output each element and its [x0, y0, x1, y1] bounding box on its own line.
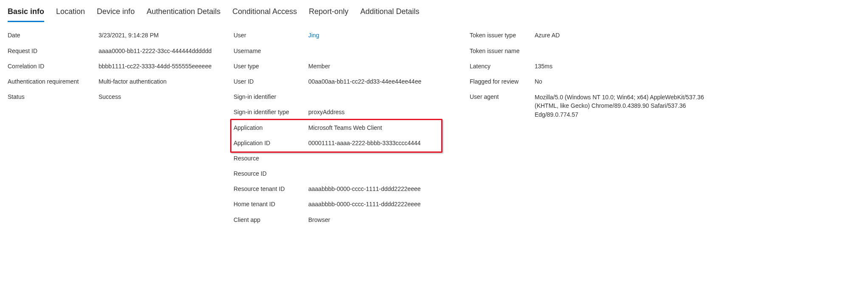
- home-tenant-id-label: Home tenant ID: [234, 200, 301, 208]
- token-issuer-type-value: Azure AD: [535, 31, 713, 39]
- details-column-1: Date 3/23/2021, 9:14:28 PM Request ID aa…: [8, 31, 226, 101]
- application-label: Application: [234, 124, 301, 132]
- token-issuer-type-label: Token issuer type: [470, 31, 527, 39]
- user-label: User: [234, 31, 301, 39]
- signin-identifier-value: [308, 93, 448, 101]
- tab-authentication-details[interactable]: Authentication Details: [147, 4, 220, 22]
- resource-tenant-id-label: Resource tenant ID: [234, 185, 301, 193]
- tab-basic-info[interactable]: Basic info: [8, 4, 44, 22]
- username-label: Username: [234, 47, 301, 55]
- application-value: Microsoft Teams Web Client: [308, 124, 448, 132]
- details-column-2: User Jing Username User type Member User…: [234, 31, 448, 223]
- user-agent-value: Mozilla/5.0 (Windows NT 10.0; Win64; x64…: [535, 93, 713, 119]
- signin-identifier-label: Sign-in identifier: [234, 93, 301, 101]
- tab-location[interactable]: Location: [56, 4, 85, 22]
- flagged-for-review-label: Flagged for review: [470, 78, 527, 85]
- signin-identifier-type-value: proxyAddress: [308, 108, 448, 116]
- application-id-label: Application ID: [234, 139, 301, 147]
- flagged-for-review-value: No: [535, 78, 713, 85]
- tab-conditional-access[interactable]: Conditional Access: [232, 4, 297, 22]
- correlation-id-value: bbbb1111-cc22-3333-44dd-555555eeeeee: [99, 62, 226, 70]
- tab-additional-details[interactable]: Additional Details: [360, 4, 419, 22]
- user-type-value: Member: [308, 62, 448, 70]
- token-issuer-name-label: Token issuer name: [470, 47, 527, 55]
- date-label: Date: [8, 31, 91, 39]
- auth-requirement-value: Multi-factor authentication: [99, 78, 226, 85]
- correlation-id-label: Correlation ID: [8, 62, 91, 70]
- resource-value: [308, 154, 448, 162]
- date-value: 3/23/2021, 9:14:28 PM: [99, 31, 226, 39]
- resource-id-value: [308, 170, 448, 177]
- user-type-label: User type: [234, 62, 301, 70]
- user-id-label: User ID: [234, 78, 301, 85]
- status-value: Success: [99, 93, 226, 101]
- latency-label: Latency: [470, 62, 527, 70]
- auth-requirement-label: Authentication requirement: [8, 78, 91, 85]
- details-tabs: Basic info Location Device info Authenti…: [8, 0, 860, 22]
- token-issuer-name-value: [535, 47, 713, 55]
- user-agent-label: User agent: [470, 93, 527, 119]
- resource-tenant-id-value: aaaabbbb-0000-cccc-1111-dddd2222eeee: [308, 185, 448, 193]
- resource-id-label: Resource ID: [234, 170, 301, 177]
- status-label: Status: [8, 93, 91, 101]
- user-id-value: 00aa00aa-bb11-cc22-dd33-44ee44ee44ee: [308, 78, 448, 85]
- latency-value: 135ms: [535, 62, 713, 70]
- home-tenant-id-value: aaaabbbb-0000-cccc-1111-dddd2222eeee: [308, 200, 448, 208]
- details-body: Date 3/23/2021, 9:14:28 PM Request ID aa…: [8, 31, 860, 223]
- resource-label: Resource: [234, 154, 301, 162]
- request-id-value: aaaa0000-bb11-2222-33cc-444444dddddd: [99, 47, 226, 55]
- user-value-link[interactable]: Jing: [308, 31, 448, 39]
- client-app-label: Client app: [234, 216, 301, 224]
- tab-report-only[interactable]: Report-only: [309, 4, 348, 22]
- signin-identifier-type-label: Sign-in identifier type: [234, 108, 301, 116]
- details-column-3: Token issuer type Azure AD Token issuer …: [470, 31, 713, 119]
- tab-device-info[interactable]: Device info: [97, 4, 135, 22]
- username-value: [308, 47, 448, 55]
- application-id-value: 00001111-aaaa-2222-bbbb-3333cccc4444: [308, 139, 448, 147]
- client-app-value: Browser: [308, 216, 448, 224]
- request-id-label: Request ID: [8, 47, 91, 55]
- signin-details-panel: Basic info Location Device info Authenti…: [0, 0, 868, 300]
